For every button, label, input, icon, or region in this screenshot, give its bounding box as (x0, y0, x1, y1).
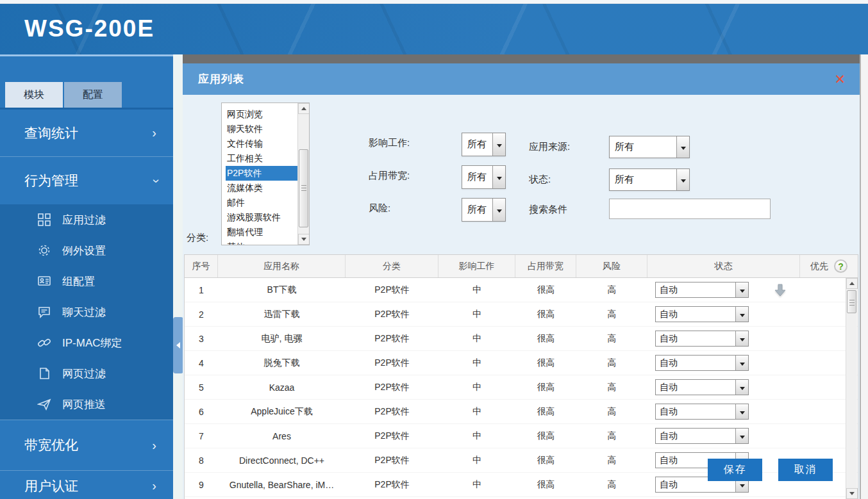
sidebar-item-bandwidth-opt[interactable]: 带宽优化 › (0, 420, 173, 471)
select-value: 自动 (656, 331, 735, 346)
dropdown-arrow-icon[interactable] (735, 380, 748, 395)
cell-bandwidth: 很高 (515, 375, 576, 399)
category-option[interactable]: 邮件 (226, 195, 297, 210)
close-icon[interactable]: ✕ (834, 72, 846, 86)
dropdown-arrow-icon[interactable] (735, 307, 748, 322)
impact-filter-select[interactable]: 所有 (462, 133, 506, 156)
header-no: 序号 (185, 255, 218, 277)
submenu-label: 网页推送 (62, 397, 106, 412)
select-value: 自动 (656, 307, 735, 322)
status-select[interactable]: 自动 (655, 428, 749, 444)
listbox-scrollbar[interactable] (297, 103, 309, 245)
sidebar-item-exception-settings[interactable]: 例外设置 (0, 235, 173, 266)
category-option[interactable]: 翻墙代理 (226, 225, 297, 240)
sidebar-item-chat-filter[interactable]: 聊天过滤 (0, 297, 173, 327)
sidebar-collapse-handle[interactable] (173, 317, 183, 373)
source-filter-label: 应用来源: (529, 141, 570, 155)
category-option[interactable]: 流媒体类 (226, 181, 297, 195)
category-option[interactable]: 文件传输 (226, 136, 297, 151)
sidebar-item-web-push[interactable]: 网页推送 (0, 389, 173, 420)
cell-bandwidth: 很高 (515, 351, 576, 375)
status-select[interactable]: 自动 (655, 404, 749, 420)
cell-impact: 中 (438, 302, 515, 326)
scrollbar-thumb[interactable] (847, 290, 856, 313)
cell-status: 自动 (647, 302, 800, 326)
category-option[interactable]: 聊天软件 (226, 122, 297, 136)
sidebar-item-group-config[interactable]: 组配置 (0, 266, 173, 297)
sidebar-item-query-stats[interactable]: 查询统计 › (0, 110, 173, 157)
dropdown-arrow-icon[interactable] (735, 282, 748, 297)
scroll-up-icon[interactable] (846, 278, 858, 289)
cell-impact: 中 (438, 424, 515, 448)
cell-impact: 中 (438, 278, 515, 302)
cell-status: 自动 (647, 351, 800, 375)
sidebar-item-ip-mac-binding[interactable]: IP-MAC绑定 (0, 327, 173, 358)
category-option[interactable]: 工作相关 (226, 151, 297, 166)
scrollbar-thumb[interactable] (299, 149, 308, 227)
dropdown-arrow-icon[interactable] (492, 166, 505, 188)
section-label: 行为管理 (24, 172, 154, 190)
sidebar-submenu: 应用过滤 例外设置 组配置 聊天过滤 (0, 204, 173, 420)
grid-icon (36, 211, 53, 228)
category-option[interactable]: 游戏股票软件 (226, 210, 297, 225)
category-options: 网页浏览 聊天软件 文件传输 工作相关 P2P软件 流媒体类 邮件 游戏股票软件… (222, 103, 297, 245)
status-select[interactable]: 自动 (655, 282, 749, 298)
cancel-button[interactable]: 取消 (778, 459, 833, 481)
dropdown-arrow-icon[interactable] (735, 429, 748, 443)
sidebar-item-behavior-mgmt[interactable]: 行为管理 › (0, 157, 173, 204)
status-select[interactable]: 自动 (655, 379, 749, 395)
scroll-up-icon[interactable] (298, 103, 310, 114)
category-listbox[interactable]: 网页浏览 聊天软件 文件传输 工作相关 P2P软件 流媒体类 邮件 游戏股票软件… (221, 102, 310, 245)
cell-status: 自动 (647, 278, 800, 302)
table-scrollbar[interactable] (846, 278, 857, 499)
table-row: 7 Ares P2P软件 中 很高 高 自动 (185, 424, 858, 448)
cell-name: BT下载 (218, 278, 346, 302)
save-button[interactable]: 保存 (708, 459, 762, 481)
submenu-label: IP-MAC绑定 (62, 336, 122, 350)
tab-config[interactable]: 配置 (64, 82, 122, 108)
dropdown-arrow-icon[interactable] (735, 356, 748, 370)
bandwidth-filter-select[interactable]: 所有 (462, 165, 506, 189)
category-option-selected[interactable]: P2P软件 (226, 166, 297, 181)
cell-bandwidth: 很高 (515, 473, 576, 496)
status-select[interactable]: 自动 (655, 355, 749, 371)
dropdown-arrow-icon[interactable] (492, 199, 505, 221)
cell-name: Kazaa (218, 375, 346, 399)
category-option[interactable]: 其他 (226, 240, 297, 245)
sidebar-item-web-filter[interactable]: 网页过滤 (0, 358, 173, 389)
select-value: 所有 (610, 136, 676, 158)
cell-name: 脱兔下载 (218, 351, 346, 375)
search-input[interactable] (609, 199, 771, 219)
cell-name: Ares (218, 424, 346, 448)
status-select[interactable]: 自动 (655, 331, 749, 347)
source-filter-select[interactable]: 所有 (609, 136, 690, 158)
sidebar-item-user-auth[interactable]: 用户认证 › (0, 471, 173, 499)
table-row: 6 AppleJuice下载 P2P软件 中 很高 高 自动 (185, 400, 858, 424)
tab-module[interactable]: 模块 (5, 82, 63, 108)
category-option[interactable]: 网页浏览 (226, 107, 297, 122)
scroll-down-icon[interactable] (298, 234, 310, 245)
dropdown-arrow-icon[interactable] (676, 136, 689, 158)
collapse-left-icon (176, 342, 180, 348)
cell-no: 8 (185, 448, 218, 472)
dropdown-arrow-icon[interactable] (735, 404, 748, 419)
dropdown-arrow-icon[interactable] (735, 331, 748, 346)
scroll-down-icon[interactable] (846, 488, 858, 499)
section-label: 查询统计 (24, 124, 152, 142)
status-select[interactable]: 自动 (655, 306, 749, 322)
risk-filter-select[interactable]: 所有 (462, 198, 506, 222)
cell-impact: 中 (438, 327, 515, 350)
help-icon[interactable]: ? (834, 259, 847, 273)
priority-down-icon[interactable] (772, 282, 788, 298)
select-value: 所有 (462, 199, 492, 221)
dropdown-arrow-icon[interactable] (676, 169, 689, 190)
sidebar-tabs: 模块 配置 (0, 82, 173, 108)
app-logo: WSG-200E (24, 15, 154, 42)
cell-no: 1 (185, 278, 218, 302)
status-filter-select[interactable]: 所有 (609, 168, 690, 191)
cell-impact: 中 (438, 375, 515, 399)
dropdown-arrow-icon[interactable] (492, 133, 505, 156)
select-value: 所有 (462, 166, 492, 188)
cell-risk: 高 (576, 375, 647, 399)
sidebar-item-app-filter[interactable]: 应用过滤 (0, 204, 173, 235)
